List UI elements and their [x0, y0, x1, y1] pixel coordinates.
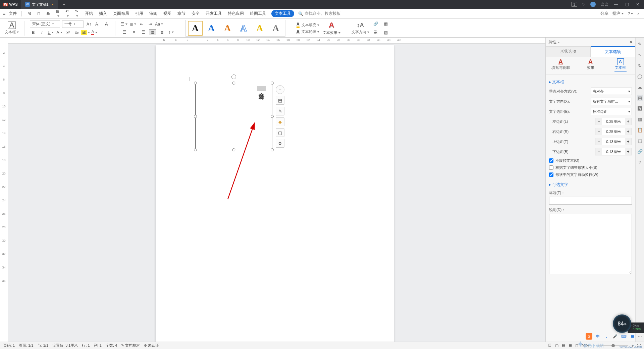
- chk-resize[interactable]: 根据文字调整形状大小(S): [549, 165, 632, 170]
- view-read-button[interactable]: ▦: [569, 343, 572, 348]
- alt-title-input[interactable]: [549, 197, 632, 205]
- view-outline-button[interactable]: 目: [548, 343, 552, 348]
- font-name-select[interactable]: 宋体 (正文)▾: [30, 20, 60, 28]
- subtab-effect[interactable]: A效果: [576, 57, 605, 74]
- status-page-of[interactable]: 页面: 1/1: [19, 343, 33, 348]
- rail-help-icon[interactable]: ?: [637, 159, 643, 165]
- rail-properties-icon[interactable]: ▤: [637, 95, 643, 101]
- chk-wrap[interactable]: 形状中的文字自动换行(W): [549, 172, 632, 177]
- resize-handle-n[interactable]: [232, 82, 235, 85]
- user-avatar[interactable]: [590, 2, 596, 7]
- wordart-gallery[interactable]: A A A A A A: [185, 20, 285, 37]
- ime-lang-icon[interactable]: 中: [594, 333, 601, 340]
- case-button[interactable]: Aa: [156, 21, 162, 28]
- panel-tab-text[interactable]: 文本选项: [591, 46, 636, 57]
- rail-arrow-icon[interactable]: ↖: [637, 52, 643, 58]
- tab-reference[interactable]: 引用: [135, 10, 144, 17]
- resize-handle-ne[interactable]: [271, 82, 274, 85]
- undo-button[interactable]: ↶: [64, 9, 70, 18]
- chk-norotate[interactable]: 不旋转文本(O): [549, 158, 632, 163]
- view-web-button[interactable]: ▤: [562, 343, 565, 348]
- section-alt-title[interactable]: ▸ 可选文字: [549, 182, 632, 188]
- rail-template-icon[interactable]: ▦: [637, 116, 643, 122]
- wordart-style-6[interactable]: A: [268, 21, 283, 36]
- ime-punct-icon[interactable]: ，: [603, 333, 610, 340]
- top-margin-spin[interactable]: −0.13厘米+: [595, 138, 632, 145]
- link-float-button[interactable]: ⚙: [276, 139, 284, 148]
- grow-font-button[interactable]: A↑: [86, 21, 92, 28]
- subscript-button[interactable]: x₂: [73, 29, 80, 36]
- align-right-button[interactable]: ☰: [140, 29, 147, 35]
- text-fill-button[interactable]: A文本填充: [297, 22, 319, 28]
- skin-icon[interactable]: ♡: [582, 2, 586, 7]
- section-textbox-title[interactable]: ▸ 文本框: [549, 79, 632, 85]
- font-color-button[interactable]: A: [91, 29, 98, 36]
- shrink-font-button[interactable]: A↓: [94, 21, 101, 28]
- notify-badge[interactable]: 1: [571, 2, 577, 7]
- resize-handle-sw[interactable]: [194, 148, 197, 151]
- rail-cloud-icon[interactable]: ☁: [637, 84, 643, 90]
- tab-insert[interactable]: 插入: [98, 10, 108, 17]
- panel-tab-shape[interactable]: 形状选项: [546, 46, 591, 57]
- textbox-group[interactable]: A 文本框: [5, 21, 19, 35]
- link-textbox-button[interactable]: 🔗: [373, 20, 379, 27]
- status-auth[interactable]: ⊘ 未认证: [144, 343, 159, 348]
- overflow-button[interactable]: ▧: [383, 29, 389, 36]
- status-proof[interactable]: ✎ 文档校对: [121, 343, 140, 348]
- wordart-style-4[interactable]: A: [236, 21, 251, 36]
- subtab-fill[interactable]: A填充与轮廓: [546, 57, 576, 74]
- highlight-button[interactable]: ab: [82, 29, 89, 36]
- rail-style-icon[interactable]: 🅰: [637, 105, 643, 111]
- line-spacing-button[interactable]: ↕: [168, 29, 174, 36]
- file-menu[interactable]: 文件: [9, 11, 17, 16]
- minimize-button[interactable]: —: [613, 2, 619, 7]
- indent-inc-button[interactable]: ⇥: [147, 21, 154, 28]
- bold-button[interactable]: B: [30, 29, 37, 36]
- bullet-list-button[interactable]: ☰: [121, 21, 127, 28]
- tab-review[interactable]: 审阅: [149, 10, 158, 17]
- tab-drawtools[interactable]: 绘图工具: [249, 10, 267, 17]
- align-center-button[interactable]: ≡: [130, 29, 138, 35]
- textbox-text[interactable]: 文字旋转: [257, 86, 266, 91]
- delete-float-button[interactable]: −: [276, 85, 284, 94]
- export-button[interactable]: 🗎: [55, 9, 61, 18]
- tab-security[interactable]: 安全: [191, 10, 200, 17]
- rail-link-icon[interactable]: 🔗: [637, 148, 643, 154]
- status-section[interactable]: 节: 1/1: [38, 343, 48, 348]
- strike-button[interactable]: A: [56, 29, 63, 36]
- bounds-float-button[interactable]: ▢: [276, 128, 284, 137]
- wordart-style-5[interactable]: A: [252, 21, 267, 36]
- italic-button[interactable]: I: [39, 29, 45, 36]
- tab-texttools[interactable]: 文本工具: [271, 10, 294, 17]
- wordart-style-1[interactable]: A: [188, 21, 203, 36]
- close-button[interactable]: ✕: [635, 2, 641, 7]
- superscript-button[interactable]: x²: [65, 29, 71, 36]
- document-tab[interactable]: W 文字文稿1 •: [21, 0, 58, 9]
- new-tab-button[interactable]: +: [58, 2, 70, 7]
- number-list-button[interactable]: ≣: [129, 21, 136, 28]
- eyedropper-float-button[interactable]: ✎: [276, 107, 284, 115]
- rail-more-icon[interactable]: ⋯: [637, 333, 643, 339]
- review-dropdown[interactable]: 批注: [612, 11, 624, 16]
- help-button[interactable]: ?: [628, 11, 633, 16]
- tab-special[interactable]: 特色应用: [227, 10, 245, 17]
- rail-clipboard-icon[interactable]: 📋: [637, 127, 643, 133]
- ime-mic-icon[interactable]: 🎤: [612, 333, 619, 340]
- rail-shape-icon[interactable]: ◯: [637, 73, 643, 79]
- indent-dec-button[interactable]: ⇤: [138, 21, 145, 28]
- perf-widget[interactable]: 84%: [613, 314, 631, 333]
- layout-float-button[interactable]: ▤: [276, 96, 284, 105]
- clear-format-button[interactable]: A: [103, 21, 110, 28]
- text-effect-button[interactable]: A 文本效果: [323, 21, 340, 35]
- resize-handle-se[interactable]: [271, 148, 274, 151]
- align-justify-button[interactable]: ≣: [149, 29, 156, 35]
- hamburger-icon[interactable]: ≡: [3, 11, 5, 16]
- rail-sync-icon[interactable]: ↻: [637, 62, 643, 68]
- dir-select[interactable]: 所有文字顺时...▾: [591, 98, 632, 105]
- columns-button[interactable]: ▦: [383, 20, 389, 27]
- tab-start[interactable]: 开始: [84, 10, 94, 17]
- maximize-button[interactable]: ▢: [624, 2, 630, 7]
- print-button[interactable]: 🗋: [36, 11, 42, 16]
- resize-handle-w[interactable]: [194, 115, 197, 118]
- align-distributed-button[interactable]: ≣: [158, 29, 166, 35]
